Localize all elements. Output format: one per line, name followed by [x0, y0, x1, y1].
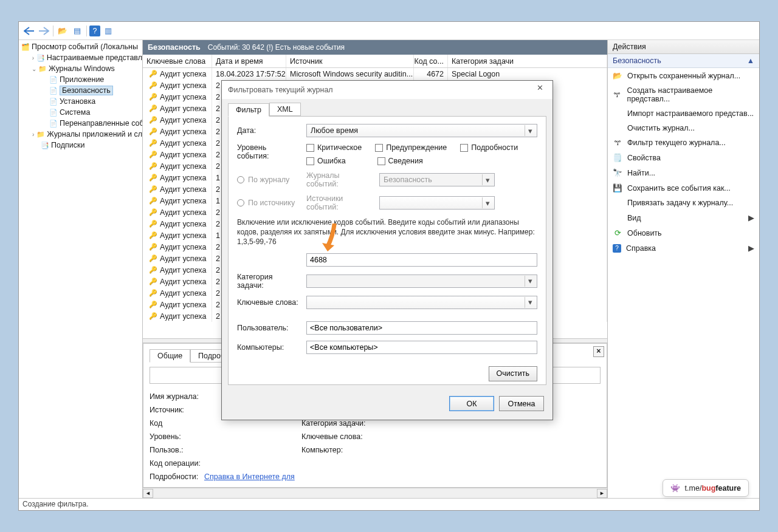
label-level: Уровень события: — [237, 143, 300, 160]
bug-icon: 👾 — [670, 483, 680, 493]
computers-input[interactable] — [306, 341, 537, 354]
scroll-right-icon[interactable]: ► — [597, 489, 607, 498]
date-dropdown[interactable]: Любое время▾ — [306, 124, 537, 137]
nav-tree[interactable]: 🗂️Просмотр событий (Локальны ›📑Настраива… — [19, 40, 143, 498]
chk-error[interactable]: Ошибка — [306, 157, 346, 165]
save-icon: 💾 — [613, 183, 622, 193]
horizontal-scrollbar[interactable]: ◄ ► — [143, 488, 607, 498]
dialog-title-text: Фильтровать текущий журнал — [228, 86, 333, 94]
event-sources-dropdown[interactable]: ▾ — [379, 196, 495, 210]
clear-button[interactable]: Очистить — [489, 366, 537, 381]
folder-icon: 📁 — [38, 65, 47, 73]
action-import-custom-view[interactable]: Импорт настраиваемого представ... — [608, 106, 759, 121]
actions-section-security[interactable]: Безопасность▲ — [608, 54, 759, 68]
event-id-help-text: Включение или исключение кодов событий. … — [237, 217, 537, 247]
dialog-titlebar[interactable]: Фильтровать текущий журнал ✕ — [222, 81, 553, 99]
grid-header[interactable]: Ключевые слова Дата и время Источник Код… — [143, 55, 607, 68]
help-icon: ? — [613, 244, 621, 253]
label-more: Подробности: — [150, 472, 204, 481]
label-logname: Имя журнала: — [150, 392, 204, 401]
col-keywords[interactable]: Ключевые слова — [143, 55, 212, 67]
chk-critical[interactable]: Критическое — [306, 143, 362, 152]
chk-warning[interactable]: Предупреждение — [375, 143, 447, 152]
tree-custom-views[interactable]: Настраиваемые представл — [47, 53, 142, 62]
actions-title: Действия — [608, 40, 759, 54]
expand-icon[interactable]: › — [31, 55, 35, 61]
dialog-tab-filter[interactable]: Фильтр — [228, 103, 269, 117]
event-count: Событий: 30 642 (!) Есть новые события — [208, 43, 345, 52]
label-opcode: Код операции: — [150, 459, 204, 468]
event-id-input[interactable] — [306, 253, 537, 267]
open-folder-icon[interactable]: 📂 — [56, 24, 69, 38]
tree-subscriptions[interactable]: Подписки — [51, 141, 84, 149]
status-bar: Создание фильтра. — [19, 498, 759, 510]
properties-icon: 🗒️ — [613, 153, 622, 162]
user-input[interactable] — [306, 321, 537, 335]
tree-windows-logs[interactable]: Журналы Windows — [49, 64, 115, 73]
radio-by-source: По источнику — [237, 199, 300, 207]
log-icon: 📄 — [49, 87, 58, 95]
col-date[interactable]: Дата и время — [212, 55, 286, 67]
label-event-logs: Журналы событий: — [306, 171, 373, 188]
radio-by-log: По журналу — [237, 176, 300, 184]
table-row[interactable]: 🔑Аудит успеха18.04.2023 17:57:52Microsof… — [143, 68, 607, 80]
action-bind-task[interactable]: Привязать задачу к журналу... — [608, 196, 759, 210]
filter-icon: 🝖 — [613, 138, 622, 147]
col-task[interactable]: Категория задачи — [448, 55, 607, 67]
chevron-down-icon: ▾ — [525, 276, 535, 287]
help-icon[interactable]: ? — [89, 26, 100, 36]
collapse-icon[interactable]: ⌄ — [31, 66, 37, 72]
funnel-icon: 🝖 — [613, 90, 622, 99]
content-header: Безопасность Событий: 30 642 (!) Есть но… — [143, 40, 607, 55]
watermark-badge: 👾 t.me/bugfeature — [663, 479, 749, 497]
label-task-category: Категория задачи: — [237, 273, 300, 290]
action-filter-log[interactable]: 🝖Фильтр текущего журнала... — [608, 135, 759, 150]
detail-tab-general[interactable]: Общие — [150, 349, 190, 363]
layout-icon[interactable]: ▥ — [102, 24, 115, 38]
online-help-link[interactable]: Справка в Интернете для — [204, 472, 301, 481]
tree-system[interactable]: Система — [60, 108, 90, 117]
chk-info[interactable]: Сведения — [377, 157, 423, 165]
tree-forwarded[interactable]: Перенаправленные соб — [60, 119, 143, 128]
dialog-tab-xml[interactable]: XML — [269, 103, 301, 116]
chevron-down-icon: ▾ — [525, 125, 535, 136]
label-event-sources: Источники событий: — [306, 194, 373, 211]
label-source: Источник: — [150, 406, 204, 414]
label-user: Пользов.: — [150, 446, 204, 454]
label-code: Код — [150, 419, 204, 428]
keywords-dropdown[interactable]: ▾ — [306, 296, 537, 309]
log-icon: 📄 — [49, 98, 58, 106]
action-find[interactable]: 🔭Найти... — [608, 165, 759, 180]
action-properties[interactable]: 🗒️Свойства — [608, 150, 759, 165]
action-create-custom-view[interactable]: 🝖Создать настраиваемое представл... — [608, 83, 759, 106]
cancel-button[interactable]: Отмена — [499, 396, 544, 411]
action-open-saved-log[interactable]: 📂Открыть сохраненный журнал... — [608, 68, 759, 83]
tree-security[interactable]: Безопасность — [60, 86, 113, 95]
tree-setup[interactable]: Установка — [60, 97, 95, 106]
scroll-left-icon[interactable]: ◄ — [143, 489, 153, 498]
ok-button[interactable]: ОК — [449, 396, 494, 411]
action-save-all[interactable]: 💾Сохранить все события как... — [608, 180, 759, 196]
back-icon[interactable] — [22, 24, 36, 38]
tree-application[interactable]: Приложение — [60, 75, 104, 84]
log-icon: 📄 — [49, 120, 58, 128]
action-clear-log[interactable]: Очистить журнал... — [608, 121, 759, 135]
eventviewer-icon: 🗂️ — [21, 43, 30, 51]
col-source[interactable]: Источник — [286, 55, 414, 67]
action-help[interactable]: ?Справка▶ — [608, 240, 759, 256]
action-view[interactable]: Вид▶ — [608, 210, 759, 225]
col-code[interactable]: Код со... — [414, 55, 448, 67]
label-keywords: Ключевые слова: — [301, 432, 380, 441]
tree-root[interactable]: Просмотр событий (Локальны — [32, 43, 138, 51]
panel-toggle-icon[interactable]: ▤ — [71, 24, 84, 38]
forward-icon[interactable] — [37, 24, 50, 38]
tree-app-services[interactable]: Журналы приложений и сл — [47, 130, 142, 138]
chevron-down-icon: ▾ — [482, 197, 493, 208]
chk-verbose[interactable]: Подробности — [460, 143, 518, 152]
folder-icon: 📁 — [36, 131, 45, 138]
close-detail-button[interactable]: × — [593, 346, 604, 357]
action-refresh[interactable]: ⟳Обновить — [608, 225, 759, 240]
log-icon: 📄 — [49, 109, 58, 117]
expand-icon[interactable]: › — [31, 131, 35, 138]
dialog-close-button[interactable]: ✕ — [531, 83, 549, 95]
